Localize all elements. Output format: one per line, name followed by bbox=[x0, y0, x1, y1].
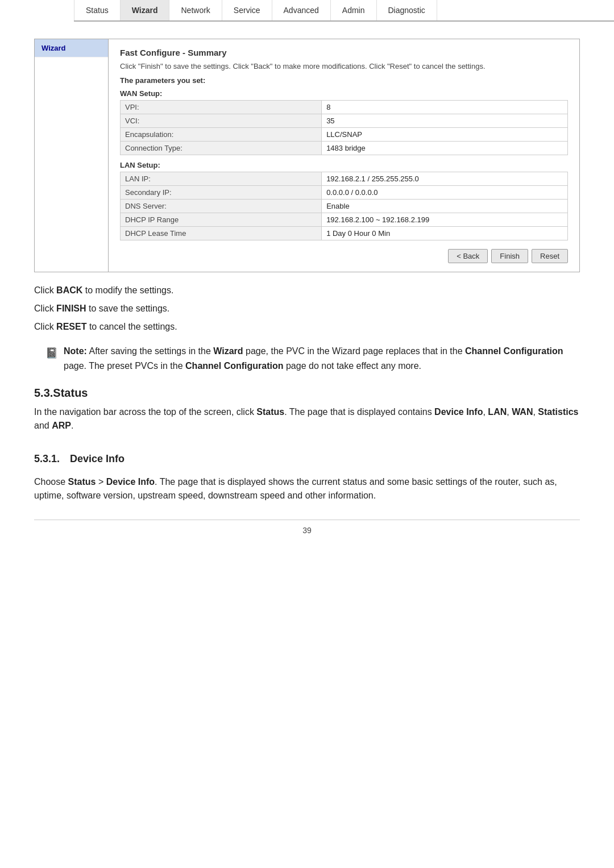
sidebar: Wizard bbox=[35, 39, 109, 272]
row-value: Enable bbox=[322, 200, 568, 213]
section-531-block: 5.3.1. Device Info Choose Status > Devic… bbox=[34, 443, 580, 502]
note-channel2: Channel Configuration bbox=[185, 361, 283, 371]
button-row: < Back Finish Reset bbox=[120, 249, 568, 263]
content-layout: Wizard Fast Configure - Summary Click "F… bbox=[34, 39, 580, 272]
wan-setup-table: VPI:8VCI:35Encapsulation:LLC/SNAPConnect… bbox=[120, 100, 568, 155]
row-label: DHCP Lease Time bbox=[121, 227, 322, 240]
arp-bold: ARP bbox=[52, 421, 71, 430]
note-icon: 📓 bbox=[45, 345, 58, 373]
row-label: VCI: bbox=[121, 114, 322, 128]
back-button[interactable]: < Back bbox=[448, 249, 488, 263]
nav-item-diagnostic[interactable]: Diagnostic bbox=[377, 0, 437, 20]
table-row: Connection Type:1483 bridge bbox=[121, 142, 568, 155]
page-number: 39 bbox=[302, 526, 312, 535]
table-row: LAN IP:192.168.2.1 / 255.255.255.0 bbox=[121, 172, 568, 186]
section-531-title: Device Info bbox=[70, 453, 125, 465]
row-label: Secondary IP: bbox=[121, 186, 322, 200]
note-text: Note: After saving the settings in the W… bbox=[64, 344, 580, 373]
note-label: Note: bbox=[64, 346, 87, 356]
wan-bold: WAN bbox=[512, 407, 533, 417]
lan-setup-title: LAN Setup: bbox=[120, 161, 568, 169]
statistics-bold: Statistics bbox=[538, 407, 578, 417]
row-label: DHCP IP Range bbox=[121, 213, 322, 227]
back-bold: BACK bbox=[56, 285, 82, 295]
choose-status-bold: Status bbox=[68, 477, 96, 487]
row-value: 1 Day 0 Hour 0 Min bbox=[322, 227, 568, 240]
row-value: 35 bbox=[322, 114, 568, 128]
row-label: LAN IP: bbox=[121, 172, 322, 186]
note-block: 📓 Note: After saving the settings in the… bbox=[45, 344, 580, 373]
row-label: VPI: bbox=[121, 101, 322, 114]
nav-item-status[interactable]: Status bbox=[74, 0, 121, 20]
row-value: 1483 bridge bbox=[322, 142, 568, 155]
finish-button[interactable]: Finish bbox=[491, 249, 528, 263]
row-label: Connection Type: bbox=[121, 142, 322, 155]
note-wizard: Wizard bbox=[213, 346, 243, 356]
device-info-bold: Device Info bbox=[434, 407, 483, 417]
row-value: 0.0.0.0 / 0.0.0.0 bbox=[322, 186, 568, 200]
table-row: DHCP IP Range192.168.2.100 ~ 192.168.2.1… bbox=[121, 213, 568, 227]
status-bold: Status bbox=[256, 407, 284, 417]
row-label: Encapsulation: bbox=[121, 128, 322, 142]
row-value: 192.168.2.1 / 255.255.255.0 bbox=[322, 172, 568, 186]
doc-body: Click BACK to modify the settings. Click… bbox=[34, 284, 580, 502]
row-value: 8 bbox=[322, 101, 568, 114]
page-footer: 39 bbox=[34, 520, 580, 541]
sidebar-item-wizard[interactable]: Wizard bbox=[35, 39, 108, 57]
row-value: 192.168.2.100 ~ 192.168.2.199 bbox=[322, 213, 568, 227]
reset-bold: RESET bbox=[56, 322, 86, 331]
section-title: Fast Configure - Summary bbox=[120, 48, 568, 57]
reset-button[interactable]: Reset bbox=[532, 249, 568, 263]
description: Click "Finish" to save the settings. Cli… bbox=[120, 62, 568, 70]
table-row: DHCP Lease Time1 Day 0 Hour 0 Min bbox=[121, 227, 568, 240]
finish-bold: FINISH bbox=[56, 304, 86, 313]
section-53-heading: 5.3.Status bbox=[34, 387, 580, 400]
click-reset-para: Click RESET to cancel the settings. bbox=[34, 320, 580, 334]
row-label: DNS Server: bbox=[121, 200, 322, 213]
row-value: LLC/SNAP bbox=[322, 128, 568, 142]
lan-bold: LAN bbox=[488, 407, 507, 417]
section-531-para: Choose Status > Device Info. The page th… bbox=[34, 475, 580, 502]
nav-bar: Status Wizard Network Service Advanced A… bbox=[74, 0, 614, 22]
table-row: DNS Server:Enable bbox=[121, 200, 568, 213]
section-53-para: In the navigation bar across the top of … bbox=[34, 405, 580, 433]
nav-item-admin[interactable]: Admin bbox=[331, 0, 377, 20]
nav-item-advanced[interactable]: Advanced bbox=[272, 0, 331, 20]
choose-device-info-bold: Device Info bbox=[106, 477, 155, 487]
lan-setup-group: LAN Setup: LAN IP:192.168.2.1 / 255.255.… bbox=[120, 161, 568, 240]
nav-item-wizard[interactable]: Wizard bbox=[121, 0, 170, 20]
table-row: VPI:8 bbox=[121, 101, 568, 114]
table-row: Secondary IP:0.0.0.0 / 0.0.0.0 bbox=[121, 186, 568, 200]
nav-item-network[interactable]: Network bbox=[169, 0, 222, 20]
wan-setup-group: WAN Setup: VPI:8VCI:35Encapsulation:LLC/… bbox=[120, 89, 568, 155]
table-row: Encapsulation:LLC/SNAP bbox=[121, 128, 568, 142]
wan-setup-title: WAN Setup: bbox=[120, 89, 568, 98]
note-channel1: Channel Configuration bbox=[465, 346, 563, 356]
click-finish-para: Click FINISH to save the settings. bbox=[34, 302, 580, 315]
section-531-heading-row: 5.3.1. Device Info bbox=[34, 443, 580, 471]
section-531-num: 5.3.1. bbox=[34, 453, 60, 465]
main-content: Fast Configure - Summary Click "Finish" … bbox=[109, 39, 579, 272]
table-row: VCI:35 bbox=[121, 114, 568, 128]
params-label: The parameters you set: bbox=[120, 76, 568, 85]
click-back-para: Click BACK to modify the settings. bbox=[34, 284, 580, 297]
lan-setup-table: LAN IP:192.168.2.1 / 255.255.255.0Second… bbox=[120, 172, 568, 240]
nav-item-service[interactable]: Service bbox=[222, 0, 272, 20]
